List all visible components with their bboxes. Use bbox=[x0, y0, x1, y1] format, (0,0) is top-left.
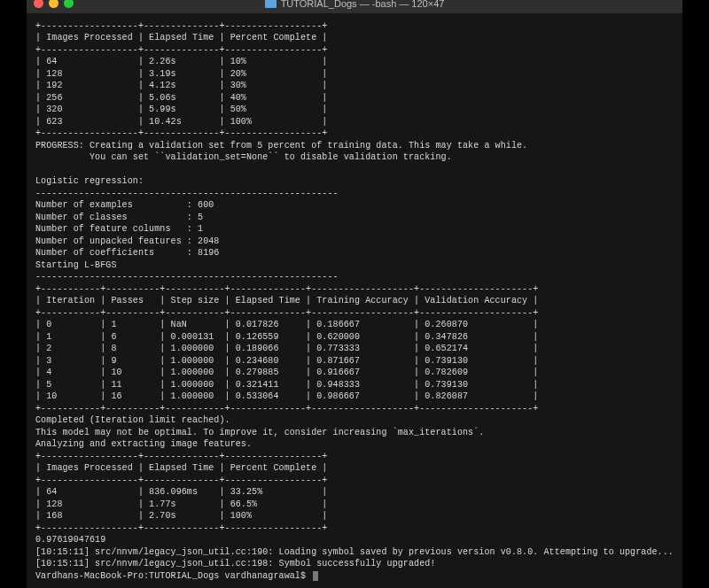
stats-line: Starting L-BFGS bbox=[35, 260, 117, 270]
table1-border-top: +------------------+--------------+-----… bbox=[35, 21, 327, 31]
tail-line: [10:15:11] src/nnvm/legacy_json_util.cc:… bbox=[35, 547, 674, 557]
progress-line: You can set ``validation_set=None`` to d… bbox=[35, 152, 452, 162]
table1-row: | 320 | 5.99s | 50% | bbox=[35, 104, 327, 114]
stats-line: Number of unpacked features : 2048 bbox=[35, 236, 219, 246]
table3-row: | 168 | 2.70s | 100% | bbox=[35, 511, 327, 521]
table1-row: | 64 | 2.26s | 10% | bbox=[35, 57, 327, 66]
stats-line: Number of examples : 600 bbox=[35, 200, 214, 210]
cursor-icon[interactable] bbox=[313, 571, 318, 581]
table2-border-bot: +-----------+----------+-----------+----… bbox=[35, 404, 538, 414]
table1-row: | 623 | 10.42s | 100% | bbox=[35, 117, 327, 127]
tail-line: 0.97619047619 bbox=[35, 535, 105, 545]
table2-border-top: +-----------+----------+-----------+----… bbox=[35, 284, 538, 294]
completed-line: Completed (Iteration limit reached). bbox=[35, 415, 230, 425]
table1-header: | Images Processed | Elapsed Time | Perc… bbox=[35, 33, 327, 43]
table2-row: | 3 | 9 | 1.000000 | 0.234680 | 0.871667… bbox=[35, 356, 538, 366]
minimize-icon[interactable] bbox=[49, 0, 58, 8]
close-icon[interactable] bbox=[34, 0, 43, 8]
window-title: TUTORIAL_Dogs — -bash — 120×47 bbox=[27, 0, 682, 9]
table2-row: | 4 | 10 | 1.000000 | 0.279885 | 0.91666… bbox=[35, 368, 538, 377]
maximize-icon[interactable] bbox=[64, 0, 74, 8]
stats-line: Number of classes : 5 bbox=[35, 213, 203, 222]
table2-row: | 2 | 8 | 1.000000 | 0.189066 | 0.773333… bbox=[35, 344, 538, 353]
folder-icon bbox=[265, 0, 277, 8]
table3-row: | 64 | 836.096ms | 33.25% | bbox=[35, 487, 327, 497]
terminal-window: TUTORIAL_Dogs — -bash — 120×47 +--------… bbox=[27, 0, 682, 588]
table2-row: | 0 | 1 | NaN | 0.017826 | 0.186667 | 0.… bbox=[35, 320, 538, 329]
prompt: Vardhans-MacBook-Pro:TUTORIAL_Dogs vardh… bbox=[35, 571, 311, 581]
table1-row: | 256 | 5.06s | 40% | bbox=[35, 93, 327, 103]
table1-row: | 192 | 4.12s | 30% | bbox=[35, 81, 327, 90]
logistic-dashes: ----------------------------------------… bbox=[35, 189, 339, 198]
logistic-header: Logistic regression: bbox=[35, 176, 144, 186]
terminal-output[interactable]: +------------------+--------------+-----… bbox=[27, 13, 682, 588]
table3-row: | 128 | 1.77s | 66.5% | bbox=[35, 499, 327, 509]
completed-line: Analyzing and extracting image features. bbox=[35, 439, 252, 449]
table3-border-top: +------------------+--------------+-----… bbox=[35, 452, 327, 461]
window-title-text: TUTORIAL_Dogs — -bash — 120×47 bbox=[281, 0, 445, 9]
table2-row: | 1 | 6 | 0.000131 | 0.126559 | 0.620000… bbox=[35, 332, 538, 342]
stats-line: Number of feature columns : 1 bbox=[35, 224, 203, 234]
table2-row: | 10 | 16 | 1.000000 | 0.533064 | 0.9866… bbox=[35, 391, 538, 401]
tail-line: [10:15:11] src/nnvm/legacy_json_util.cc:… bbox=[35, 559, 435, 569]
table1-border-bot: +------------------+--------------+-----… bbox=[35, 128, 327, 138]
traffic-lights bbox=[34, 0, 74, 8]
table2-sep: +-----------+----------+-----------+----… bbox=[35, 308, 538, 318]
stats-dashes: ----------------------------------------… bbox=[35, 272, 339, 282]
table3-sep: +------------------+--------------+-----… bbox=[35, 476, 327, 485]
titlebar[interactable]: TUTORIAL_Dogs — -bash — 120×47 bbox=[27, 0, 682, 13]
table1-sep: +------------------+--------------+-----… bbox=[35, 45, 327, 55]
completed-line: This model may not be optimal. To improv… bbox=[35, 428, 484, 437]
stats-line: Number of coefficients : 8196 bbox=[35, 248, 219, 258]
table1-row: | 128 | 3.19s | 20% | bbox=[35, 69, 327, 79]
table2-header: | Iteration | Passes | Step size | Elaps… bbox=[35, 296, 538, 306]
progress-line: PROGRESS: Creating a validation set from… bbox=[35, 141, 527, 151]
table3-border-bot: +------------------+--------------+-----… bbox=[35, 523, 327, 533]
table2-row: | 5 | 11 | 1.000000 | 0.321411 | 0.94833… bbox=[35, 380, 538, 390]
table3-header: | Images Processed | Elapsed Time | Perc… bbox=[35, 463, 327, 473]
